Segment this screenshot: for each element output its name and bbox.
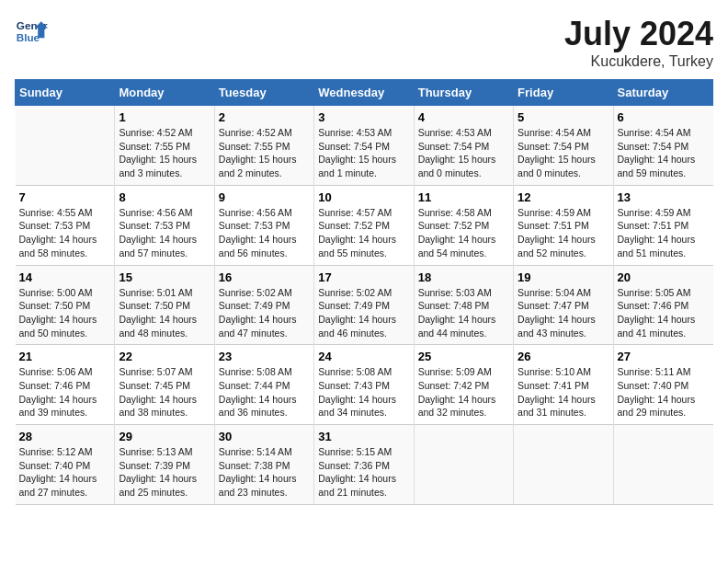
day-number: 4 xyxy=(418,110,509,124)
calendar-cell: 31Sunrise: 5:15 AM Sunset: 7:36 PM Dayli… xyxy=(314,425,414,505)
calendar-cell: 30Sunrise: 5:14 AM Sunset: 7:38 PM Dayli… xyxy=(214,425,313,505)
day-info: Sunrise: 4:58 AM Sunset: 7:52 PM Dayligh… xyxy=(418,206,509,260)
day-info: Sunrise: 5:09 AM Sunset: 7:42 PM Dayligh… xyxy=(418,365,509,419)
day-number: 8 xyxy=(119,190,210,204)
day-number: 29 xyxy=(119,430,210,443)
day-info: Sunrise: 5:13 AM Sunset: 7:39 PM Dayligh… xyxy=(119,445,210,500)
day-info: Sunrise: 5:00 AM Sunset: 7:50 PM Dayligh… xyxy=(19,286,111,340)
day-number: 11 xyxy=(418,190,509,204)
calendar-cell xyxy=(514,425,613,505)
day-number: 7 xyxy=(19,190,111,204)
day-number: 2 xyxy=(219,110,310,124)
day-number: 23 xyxy=(219,350,310,363)
calendar-week-row: 14Sunrise: 5:00 AM Sunset: 7:50 PM Dayli… xyxy=(16,265,713,345)
day-number: 22 xyxy=(119,350,210,363)
day-number: 31 xyxy=(318,430,409,443)
day-info: Sunrise: 5:08 AM Sunset: 7:43 PM Dayligh… xyxy=(318,365,409,419)
day-info: Sunrise: 4:59 AM Sunset: 7:51 PM Dayligh… xyxy=(518,206,609,260)
day-number: 14 xyxy=(19,270,111,284)
calendar-cell: 10Sunrise: 4:57 AM Sunset: 7:52 PM Dayli… xyxy=(314,185,414,265)
calendar-table: SundayMondayTuesdayWednesdayThursdayFrid… xyxy=(15,79,713,505)
calendar-cell: 20Sunrise: 5:05 AM Sunset: 7:46 PM Dayli… xyxy=(613,265,712,345)
day-info: Sunrise: 4:57 AM Sunset: 7:52 PM Dayligh… xyxy=(318,206,409,260)
day-number: 3 xyxy=(318,110,409,124)
day-number: 17 xyxy=(318,270,409,284)
weekday-header-row: SundayMondayTuesdayWednesdayThursdayFrid… xyxy=(16,80,713,106)
weekday-header-tuesday: Tuesday xyxy=(214,80,313,106)
day-info: Sunrise: 5:08 AM Sunset: 7:44 PM Dayligh… xyxy=(219,365,310,419)
calendar-cell: 19Sunrise: 5:04 AM Sunset: 7:47 PM Dayli… xyxy=(514,265,613,345)
calendar-cell xyxy=(613,425,712,505)
day-number: 9 xyxy=(219,190,310,204)
day-info: Sunrise: 5:02 AM Sunset: 7:49 PM Dayligh… xyxy=(318,286,409,340)
calendar-cell: 3Sunrise: 4:53 AM Sunset: 7:54 PM Daylig… xyxy=(314,106,414,186)
weekday-header-monday: Monday xyxy=(115,80,214,106)
day-info: Sunrise: 4:53 AM Sunset: 7:54 PM Dayligh… xyxy=(318,126,409,180)
calendar-cell: 14Sunrise: 5:00 AM Sunset: 7:50 PM Dayli… xyxy=(16,265,115,345)
day-number: 19 xyxy=(518,270,609,284)
day-info: Sunrise: 4:54 AM Sunset: 7:54 PM Dayligh… xyxy=(518,126,609,180)
calendar-subtitle: Kucukdere, Turkey xyxy=(564,53,713,70)
calendar-cell: 8Sunrise: 4:56 AM Sunset: 7:53 PM Daylig… xyxy=(115,185,214,265)
day-number: 20 xyxy=(618,270,710,284)
day-number: 26 xyxy=(518,350,609,363)
day-info: Sunrise: 5:02 AM Sunset: 7:49 PM Dayligh… xyxy=(219,286,310,340)
calendar-cell: 24Sunrise: 5:08 AM Sunset: 7:43 PM Dayli… xyxy=(314,345,414,425)
day-number: 21 xyxy=(19,350,111,363)
day-info: Sunrise: 4:59 AM Sunset: 7:51 PM Dayligh… xyxy=(618,206,710,260)
calendar-cell: 18Sunrise: 5:03 AM Sunset: 7:48 PM Dayli… xyxy=(414,265,513,345)
weekday-header-friday: Friday xyxy=(514,80,613,106)
logo: General Blue xyxy=(15,15,48,48)
calendar-cell: 4Sunrise: 4:53 AM Sunset: 7:54 PM Daylig… xyxy=(414,106,513,186)
calendar-cell: 27Sunrise: 5:11 AM Sunset: 7:40 PM Dayli… xyxy=(613,345,712,425)
calendar-cell: 1Sunrise: 4:52 AM Sunset: 7:55 PM Daylig… xyxy=(115,106,214,186)
day-number: 12 xyxy=(518,190,609,204)
day-number: 10 xyxy=(318,190,409,204)
day-info: Sunrise: 5:04 AM Sunset: 7:47 PM Dayligh… xyxy=(518,286,609,340)
day-number: 18 xyxy=(418,270,509,284)
day-info: Sunrise: 5:06 AM Sunset: 7:46 PM Dayligh… xyxy=(19,365,111,419)
calendar-cell: 6Sunrise: 4:54 AM Sunset: 7:54 PM Daylig… xyxy=(613,106,712,186)
calendar-cell: 23Sunrise: 5:08 AM Sunset: 7:44 PM Dayli… xyxy=(214,345,313,425)
day-number: 15 xyxy=(119,270,210,284)
calendar-title: July 2024 xyxy=(564,15,713,53)
day-info: Sunrise: 4:56 AM Sunset: 7:53 PM Dayligh… xyxy=(219,206,310,260)
calendar-cell xyxy=(16,106,115,186)
day-info: Sunrise: 5:15 AM Sunset: 7:36 PM Dayligh… xyxy=(318,445,409,500)
weekday-header-sunday: Sunday xyxy=(16,80,115,106)
calendar-cell: 28Sunrise: 5:12 AM Sunset: 7:40 PM Dayli… xyxy=(16,425,115,505)
calendar-cell: 26Sunrise: 5:10 AM Sunset: 7:41 PM Dayli… xyxy=(514,345,613,425)
page-header: General Blue July 2024 Kucukdere, Turkey xyxy=(15,15,713,70)
calendar-cell: 29Sunrise: 5:13 AM Sunset: 7:39 PM Dayli… xyxy=(115,425,214,505)
calendar-cell: 9Sunrise: 4:56 AM Sunset: 7:53 PM Daylig… xyxy=(214,185,313,265)
day-info: Sunrise: 5:10 AM Sunset: 7:41 PM Dayligh… xyxy=(518,365,609,419)
weekday-header-thursday: Thursday xyxy=(414,80,513,106)
day-number: 25 xyxy=(418,350,509,363)
day-info: Sunrise: 4:52 AM Sunset: 7:55 PM Dayligh… xyxy=(119,126,210,180)
day-number: 28 xyxy=(19,430,111,443)
day-info: Sunrise: 5:03 AM Sunset: 7:48 PM Dayligh… xyxy=(418,286,509,340)
day-number: 1 xyxy=(119,110,210,124)
day-info: Sunrise: 5:07 AM Sunset: 7:45 PM Dayligh… xyxy=(119,365,210,419)
calendar-cell: 5Sunrise: 4:54 AM Sunset: 7:54 PM Daylig… xyxy=(514,106,613,186)
day-info: Sunrise: 4:54 AM Sunset: 7:54 PM Dayligh… xyxy=(618,126,710,180)
weekday-header-saturday: Saturday xyxy=(613,80,712,106)
day-info: Sunrise: 5:11 AM Sunset: 7:40 PM Dayligh… xyxy=(618,365,710,419)
calendar-cell: 16Sunrise: 5:02 AM Sunset: 7:49 PM Dayli… xyxy=(214,265,313,345)
calendar-cell: 7Sunrise: 4:55 AM Sunset: 7:53 PM Daylig… xyxy=(16,185,115,265)
calendar-cell: 25Sunrise: 5:09 AM Sunset: 7:42 PM Dayli… xyxy=(414,345,513,425)
title-area: July 2024 Kucukdere, Turkey xyxy=(564,15,713,70)
day-info: Sunrise: 4:56 AM Sunset: 7:53 PM Dayligh… xyxy=(119,206,210,260)
weekday-header-wednesday: Wednesday xyxy=(314,80,414,106)
day-info: Sunrise: 4:53 AM Sunset: 7:54 PM Dayligh… xyxy=(418,126,509,180)
day-info: Sunrise: 4:52 AM Sunset: 7:55 PM Dayligh… xyxy=(219,126,310,180)
calendar-cell xyxy=(414,425,513,505)
day-number: 16 xyxy=(219,270,310,284)
calendar-week-row: 7Sunrise: 4:55 AM Sunset: 7:53 PM Daylig… xyxy=(16,185,713,265)
calendar-cell: 21Sunrise: 5:06 AM Sunset: 7:46 PM Dayli… xyxy=(16,345,115,425)
day-number: 24 xyxy=(318,350,409,363)
day-info: Sunrise: 5:14 AM Sunset: 7:38 PM Dayligh… xyxy=(219,445,310,500)
day-number: 30 xyxy=(219,430,310,443)
calendar-cell: 22Sunrise: 5:07 AM Sunset: 7:45 PM Dayli… xyxy=(115,345,214,425)
calendar-cell: 2Sunrise: 4:52 AM Sunset: 7:55 PM Daylig… xyxy=(214,106,313,186)
